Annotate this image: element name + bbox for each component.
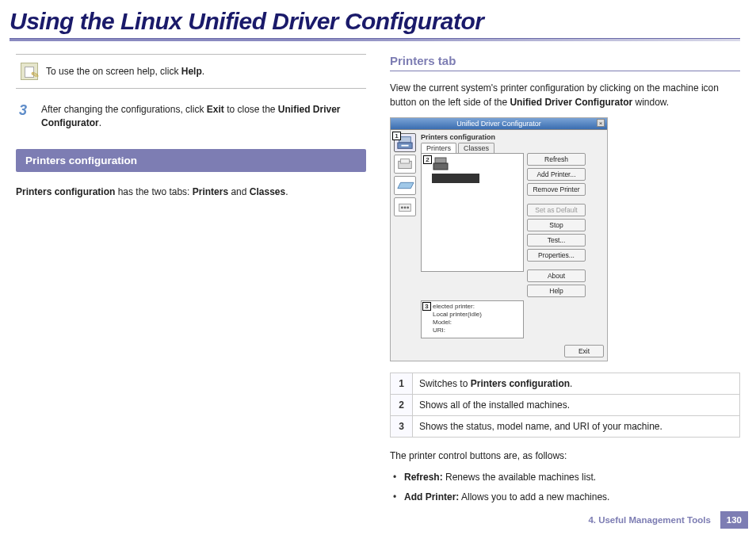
sidebar-scanner-icon: [394, 176, 416, 195]
step-3: 3 After changing the configurations, cli…: [16, 103, 366, 130]
remove-printer-button: Remove Printer: [527, 183, 586, 196]
tabs: Printers Classes: [421, 143, 604, 153]
svg-rect-9: [435, 158, 446, 163]
callout-3: 3: [422, 302, 431, 311]
left-column: To use the on screen help, click Help. 3…: [16, 54, 366, 510]
test-button: Test...: [527, 234, 586, 246]
note-icon: [21, 63, 38, 80]
close-icon: ×: [597, 119, 605, 127]
page-title: Using the Linux Unified Driver Configura…: [10, 8, 740, 35]
svg-rect-10: [433, 163, 448, 170]
screenshot-unified-driver-configurator: Unified Driver Configurator × 1: [390, 117, 608, 361]
add-printer-button: Add Printer...: [527, 168, 586, 181]
callout-legend-table: 1 Switches to Printers configuration. 2 …: [390, 373, 740, 438]
svg-rect-4: [401, 159, 410, 164]
legend-desc-2: Shows all of the installed machines.: [413, 395, 740, 416]
legend-num-2: 2: [391, 395, 413, 416]
legend-desc-3: Shows the status, model name, and URI of…: [413, 416, 740, 438]
svg-rect-2: [401, 145, 408, 147]
exit-button: Exit: [564, 345, 604, 357]
sidebar-printers-icon: 1: [394, 133, 416, 152]
help-button: Help: [527, 285, 586, 297]
sidebar-ports-icon: [394, 197, 416, 216]
table-row: 2 Shows all of the installed machines.: [391, 395, 740, 416]
svg-point-8: [407, 207, 409, 209]
svg-point-7: [404, 207, 407, 209]
control-buttons-list: Refresh: Renews the available machines l…: [390, 471, 740, 504]
set-default-button: Set as Default: [527, 204, 586, 216]
legend-num-3: 3: [391, 416, 413, 438]
properties-button: Properties...: [527, 249, 586, 262]
printer-item: 2: [424, 156, 521, 172]
sub-head-printers-tab: Printers tab: [390, 54, 740, 71]
list-item: Add Printer: Allows you to add a new mac…: [391, 491, 740, 504]
footer-page-number: 130: [720, 511, 748, 529]
footer-chapter: 4. Useful Management Tools: [583, 511, 715, 529]
printer-selection: [432, 174, 479, 183]
table-row: 3 Shows the status, model name, and URI …: [391, 416, 740, 438]
refresh-button: Refresh: [527, 153, 586, 166]
section-intro: Printers configuration has the two tabs:…: [16, 185, 366, 199]
page-footer: 4. Useful Management Tools 130: [583, 511, 748, 529]
stop-button: Stop: [527, 219, 586, 231]
table-row: 1 Switches to Printers configuration.: [391, 373, 740, 395]
inner-title: Printers configuration: [421, 133, 604, 141]
callout-1: 1: [392, 132, 401, 140]
selected-printer-info: 3 elected printer: Local printer(idle) M…: [421, 300, 524, 338]
right-column: Printers tab View the current system's p…: [390, 54, 740, 510]
control-buttons-intro: The printer control buttons are, as foll…: [390, 449, 740, 463]
step-body: After changing the configurations, click…: [41, 103, 366, 130]
tip-text: To use the on screen help, click Help.: [46, 66, 204, 77]
tab-classes: Classes: [458, 143, 494, 153]
step-number: 3: [16, 103, 30, 117]
about-button: About: [527, 269, 586, 282]
svg-point-6: [401, 207, 403, 209]
window-title: Unified Driver Configurator: [456, 120, 541, 128]
button-panel: Refresh Add Printer... Remove Printer Se…: [527, 153, 586, 297]
printer-list: 2: [421, 153, 524, 272]
window-titlebar: Unified Driver Configurator ×: [391, 118, 607, 130]
tip-box: To use the on screen help, click Help.: [16, 54, 366, 89]
tab-printers: Printers: [421, 143, 456, 153]
section-heading-printers-configuration: Printers configuration: [16, 149, 366, 172]
list-item: Refresh: Renews the available machines l…: [391, 471, 740, 484]
legend-num-1: 1: [391, 373, 413, 395]
sidebar-classes-icon: [394, 155, 416, 174]
callout-2: 2: [423, 155, 432, 164]
sidebar: 1: [394, 133, 418, 338]
legend-desc-1: Switches to Printers configuration.: [413, 373, 740, 395]
printers-tab-intro: View the current system's printer config…: [390, 81, 740, 109]
